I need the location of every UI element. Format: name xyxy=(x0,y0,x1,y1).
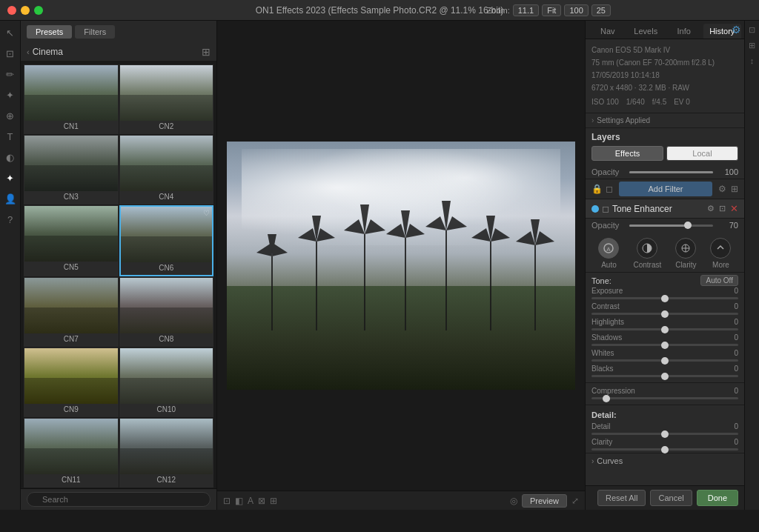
preset-thumbnail-cn7 xyxy=(24,278,118,333)
mask-icon[interactable]: ◻ xyxy=(606,184,613,194)
preset-thumbnail-cn6 xyxy=(121,207,213,262)
contrast-label-row: Contrast 0 xyxy=(591,302,738,310)
tone-icon-auto[interactable]: A Auto xyxy=(598,238,619,269)
view-icon-3[interactable]: A xyxy=(248,496,253,506)
toolbar-icon-crop[interactable]: ⊡ xyxy=(3,46,18,61)
reset-all-button[interactable]: Reset All xyxy=(597,490,646,506)
zoom-value[interactable]: 11.1 xyxy=(513,4,539,16)
tone-icon-contrast[interactable]: Contrast xyxy=(633,238,661,269)
maximize-button[interactable] xyxy=(34,6,43,15)
edge-icon-3[interactable]: ↕ xyxy=(750,56,755,65)
toolbar-icon-help[interactable]: ? xyxy=(3,212,18,227)
blacks-slider[interactable] xyxy=(591,375,738,377)
toolbar-icon-effects[interactable]: ✦ xyxy=(3,170,18,185)
back-arrow-icon[interactable]: ‹ xyxy=(27,47,30,56)
exposure-label-row: Exposure 0 xyxy=(591,287,738,295)
tab-nav[interactable]: Nav xyxy=(589,24,627,39)
preset-item-cn12[interactable]: CN12 xyxy=(119,418,214,488)
view-icon-1[interactable]: ⊡ xyxy=(223,496,231,506)
tab-effects[interactable]: Effects xyxy=(591,146,663,161)
tab-levels[interactable]: Levels xyxy=(627,24,666,39)
compression-label: Compression xyxy=(591,387,635,395)
contrast-slider[interactable] xyxy=(591,313,738,315)
title-bar: ON1 Effects 2023 (Effects Sample Photo.C… xyxy=(0,0,759,21)
highlights-slider[interactable] xyxy=(591,328,738,330)
svg-rect-8 xyxy=(364,234,365,330)
toolbar-icon-heal[interactable]: ✦ xyxy=(3,87,18,102)
minimize-button[interactable] xyxy=(21,6,30,15)
preset-item-cn3[interactable]: CN3 xyxy=(24,135,119,205)
preview-button[interactable]: Preview xyxy=(522,494,567,508)
view-icon-2[interactable]: ◧ xyxy=(235,496,243,506)
tone-settings-icon[interactable]: ⚙ xyxy=(707,204,715,213)
preset-item-cn4[interactable]: CN4 xyxy=(119,135,214,205)
preset-item-cn5[interactable]: CN5 xyxy=(24,205,119,276)
tone-expand-icon[interactable]: ⊡ xyxy=(719,204,726,213)
clarity-detail-slider[interactable] xyxy=(591,448,738,450)
settings-applied-row[interactable]: › Settings Applied xyxy=(586,113,744,128)
edge-icon-2[interactable]: ⊞ xyxy=(749,41,755,50)
preset-item-cn11[interactable]: CN11 xyxy=(24,418,119,488)
preset-label-cn4: CN4 xyxy=(120,191,213,204)
toolbar-icon-cursor[interactable]: ↖ xyxy=(3,25,18,40)
preset-item-cn8[interactable]: CN8 xyxy=(119,277,214,347)
done-button[interactable]: Done xyxy=(697,490,738,506)
filter-settings-icon[interactable]: ⚙ xyxy=(718,184,726,194)
fit-button[interactable]: Fit xyxy=(542,4,561,16)
zoom-100-button[interactable]: 100 xyxy=(564,4,588,16)
camera-dimensions: 6720 x 4480 · 32.2 MB · RAW xyxy=(591,82,738,94)
preset-item-cn2[interactable]: CN2 xyxy=(119,64,214,134)
filter-expand-icon[interactable]: ⊞ xyxy=(731,184,738,194)
exposure-slider[interactable] xyxy=(591,297,738,299)
preset-item-cn1[interactable]: CN1 xyxy=(24,64,119,134)
zoom-25-button[interactable]: 25 xyxy=(591,4,611,16)
auto-off-button[interactable]: Auto Off xyxy=(700,275,738,286)
tab-local[interactable]: Local xyxy=(666,146,738,161)
settings-gear-icon[interactable]: ⚙ xyxy=(732,24,741,36)
curves-row[interactable]: › Curves xyxy=(586,453,744,468)
preset-item-cn6[interactable]: ♡ CN6 xyxy=(119,205,214,276)
view-icon-5[interactable]: ⊞ xyxy=(270,496,277,506)
tone-close-icon[interactable]: ✕ xyxy=(730,203,738,214)
toolbar-icon-clone[interactable]: ⊕ xyxy=(3,108,18,123)
cancel-button[interactable]: Cancel xyxy=(650,490,692,506)
lock-icon[interactable]: 🔒 xyxy=(591,184,603,194)
grid-view-icon[interactable]: ⊞ xyxy=(202,46,211,58)
clarity-label-row: Clarity 0 xyxy=(591,438,738,446)
close-button[interactable] xyxy=(7,6,16,15)
tab-info[interactable]: Info xyxy=(665,24,703,39)
search-input[interactable] xyxy=(27,492,211,507)
tone-icon-more[interactable]: More xyxy=(710,238,731,269)
toolbar-icon-text[interactable]: T xyxy=(3,129,18,144)
toolbar-icon-gradient[interactable]: ◐ xyxy=(3,150,18,164)
edge-icon-1[interactable]: ⊡ xyxy=(749,25,755,35)
opacity-slider[interactable] xyxy=(629,171,713,173)
tone-opacity-slider[interactable] xyxy=(629,225,713,227)
detail-slider[interactable] xyxy=(591,433,738,435)
favorite-icon[interactable]: ♡ xyxy=(203,209,210,217)
tab-presets[interactable]: Presets xyxy=(27,25,72,39)
tab-filters[interactable]: Filters xyxy=(75,25,115,39)
compression-slider[interactable] xyxy=(591,397,738,399)
view-icon-4[interactable]: ⊠ xyxy=(258,496,265,506)
blacks-thumb xyxy=(661,373,669,380)
clarity-detail-thumb xyxy=(661,446,669,453)
fullscreen-icon[interactable]: ⤢ xyxy=(571,496,579,506)
tone-enhancer-mask-icon[interactable]: ◻ xyxy=(602,204,609,214)
tone-enhancer-active-dot[interactable] xyxy=(591,205,599,213)
preset-item-cn9[interactable]: CN9 xyxy=(24,348,119,417)
toolbar-icon-person[interactable]: 👤 xyxy=(3,191,18,206)
highlights-label: Highlights xyxy=(591,318,624,326)
whites-slider[interactable] xyxy=(591,359,738,362)
tone-icon-clarity[interactable]: Clarity xyxy=(675,238,696,269)
blacks-row: Blacks 0 xyxy=(586,364,744,379)
add-filter-button[interactable]: Add Filter xyxy=(619,182,712,196)
settings-applied-label: Settings Applied xyxy=(597,116,650,124)
shadows-slider[interactable] xyxy=(591,344,738,346)
loupe-icon[interactable]: ◎ xyxy=(510,496,517,506)
divider-1 xyxy=(586,382,744,383)
preset-item-cn10[interactable]: CN10 xyxy=(119,348,214,417)
toolbar-icon-brush[interactable]: ✏ xyxy=(3,67,18,82)
auto-icon: A xyxy=(598,238,619,259)
preset-item-cn7[interactable]: CN7 xyxy=(24,277,119,347)
